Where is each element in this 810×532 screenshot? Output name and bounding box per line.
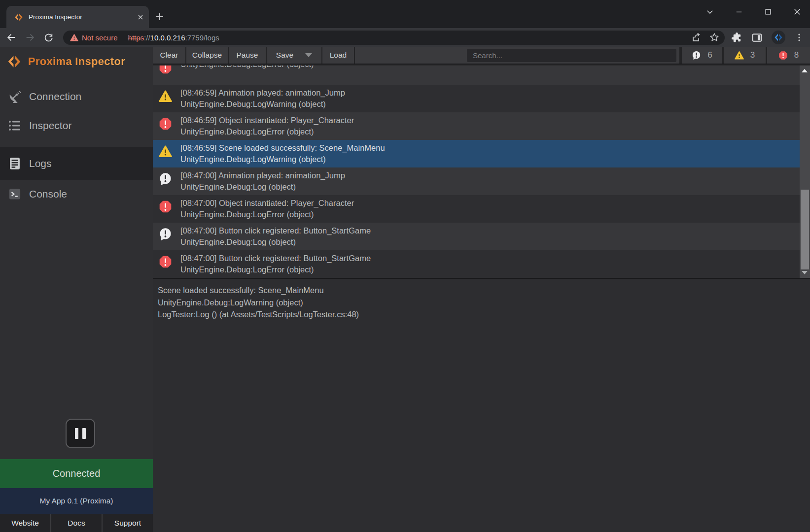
log-message: [08:47:00] Animation played: animation_J… [180, 170, 345, 181]
browser-menu-kebab-icon[interactable] [794, 33, 804, 42]
scrollbar-thumb[interactable] [801, 190, 809, 269]
info-icon [159, 172, 172, 186]
search-input[interactable] [467, 49, 676, 62]
log-list: UnityEngine.Debug:LogError (object) [08:… [153, 66, 810, 278]
error-icon [159, 66, 172, 74]
error-icon [159, 255, 172, 268]
tab-strip: Proxima Inspector [0, 0, 810, 28]
detail-line: UnityEngine.Debug:LogWarning (object) [158, 297, 810, 309]
url-path: :7759/logs [185, 33, 219, 42]
error-icon [778, 51, 788, 60]
docs-link[interactable]: Docs [51, 514, 103, 532]
sidebar-item-inspector[interactable]: Inspector [0, 115, 153, 136]
log-list-scrollbar[interactable] [800, 66, 810, 278]
log-stack: UnityEngine.Debug:LogError (object) [180, 209, 354, 220]
save-button[interactable]: Save [267, 47, 321, 64]
error-count-filter[interactable]: 8 [767, 47, 810, 64]
app-logo: Proxima Inspector [6, 54, 125, 69]
sidebar-item-label: Console [29, 188, 67, 200]
url-host: 10.0.0.216 [150, 33, 185, 42]
pause-icon [82, 428, 86, 439]
forward-button[interactable] [25, 32, 35, 43]
log-row[interactable]: [08:47:00] Button click registered: Butt… [153, 250, 800, 278]
warning-icon [159, 90, 172, 103]
app-name-badge: My App 0.1 (Proxima) [0, 488, 153, 514]
proxima-logo-icon [6, 54, 22, 69]
info-icon [159, 228, 172, 241]
log-row[interactable]: [08:47:00] Button click registered: Butt… [153, 223, 800, 250]
sidebar-item-logs[interactable]: Logs [0, 147, 153, 180]
log-row[interactable]: UnityEngine.Debug:LogError (object) [153, 66, 800, 85]
detail-line: LogTester:Log () (at Assets/TestScripts/… [158, 308, 810, 321]
close-window-button[interactable] [788, 3, 806, 21]
url-text: https://10.0.0.216:7759/logs [128, 33, 219, 42]
not-secure-warning-icon [70, 33, 78, 42]
pause-stream-button[interactable] [66, 419, 95, 448]
sidebar-item-label: Logs [29, 158, 52, 169]
bookmark-star-icon[interactable] [709, 32, 720, 43]
warning-count-filter[interactable]: 3 [724, 47, 766, 64]
terminal-icon [8, 187, 22, 201]
detail-line: Scene loaded successfully: Scene_MainMen… [158, 284, 810, 297]
support-link[interactable]: Support [103, 514, 153, 532]
clear-button[interactable]: Clear [153, 47, 185, 64]
warning-count: 3 [750, 50, 755, 60]
browser-tab[interactable]: Proxima Inspector [6, 6, 149, 28]
warning-icon [159, 145, 172, 158]
log-row[interactable]: [08:46:59] Scene loaded successfully: Sc… [153, 140, 800, 167]
side-panel-icon[interactable] [751, 32, 763, 43]
website-link[interactable]: Website [0, 514, 51, 532]
not-secure-label: Not secure [82, 33, 118, 42]
maximize-button[interactable] [759, 3, 777, 21]
list-icon [8, 119, 22, 133]
search-cell [355, 47, 679, 64]
favicon-proxima-icon [14, 12, 24, 22]
log-message: [08:46:59] Scene loaded successfully: Sc… [180, 142, 385, 154]
tab-close-icon[interactable] [137, 14, 144, 21]
log-message: [08:47:00] Button click registered: Butt… [180, 225, 371, 236]
sidebar-footer: Website Docs Support [0, 514, 153, 532]
back-button[interactable] [6, 32, 17, 43]
logs-page: Clear Collapse Pause Save Load 6 [153, 47, 810, 532]
load-button[interactable]: Load [322, 47, 354, 64]
info-count: 6 [707, 50, 712, 60]
tab-title: Proxima Inspector [29, 13, 137, 21]
sidebar-item-console[interactable]: Console [0, 182, 153, 206]
satellite-dish-icon [8, 90, 22, 103]
tab-search-chevron-icon[interactable] [701, 3, 719, 21]
proxima-extension-icon[interactable] [772, 31, 785, 44]
log-row[interactable]: [08:46:59] Animation played: animation_J… [153, 85, 800, 112]
error-icon [159, 200, 172, 213]
document-icon [8, 157, 22, 170]
new-tab-button[interactable] [153, 10, 167, 24]
warning-icon [735, 51, 744, 60]
app-title: Proxima Inspector [28, 55, 125, 68]
url-divider [123, 33, 123, 41]
save-dropdown-caret-icon[interactable] [305, 53, 312, 57]
log-stack: UnityEngine.Debug:LogWarning (object) [180, 154, 385, 165]
reload-button[interactable] [43, 33, 54, 43]
log-stack: UnityEngine.Debug:LogError (object) [180, 264, 371, 275]
address-bar: Not secure https://10.0.0.216:7759/logs [0, 28, 810, 47]
log-message: [08:46:59] Object instantiated: Player_C… [180, 115, 354, 126]
extensions-puzzle-icon[interactable] [731, 32, 742, 43]
minimize-button[interactable] [730, 3, 748, 21]
log-stack: UnityEngine.Debug:LogWarning (object) [180, 99, 345, 110]
connection-status-badge: Connected [0, 459, 153, 488]
url-separator: :// [144, 33, 150, 42]
share-icon[interactable] [691, 32, 702, 43]
browser-window: Proxima Inspector [0, 0, 810, 532]
url-scheme: https [128, 33, 144, 42]
collapse-button[interactable]: Collapse [186, 47, 228, 64]
log-row[interactable]: [08:46:59] Object instantiated: Player_C… [153, 112, 800, 140]
info-count-filter[interactable]: 6 [682, 47, 722, 64]
log-row[interactable]: [08:47:00] Animation played: animation_J… [153, 167, 800, 195]
scroll-up-arrow-icon[interactable] [802, 69, 808, 72]
log-row[interactable]: [08:47:00] Object instantiated: Player_C… [153, 195, 800, 223]
scroll-down-arrow-icon[interactable] [802, 271, 808, 274]
sidebar-item-connection[interactable]: Connection [0, 82, 153, 111]
pause-button[interactable]: Pause [229, 47, 266, 64]
url-field[interactable]: Not secure https://10.0.0.216:7759/logs [63, 31, 725, 45]
pause-icon [75, 428, 78, 439]
info-icon [692, 51, 701, 60]
